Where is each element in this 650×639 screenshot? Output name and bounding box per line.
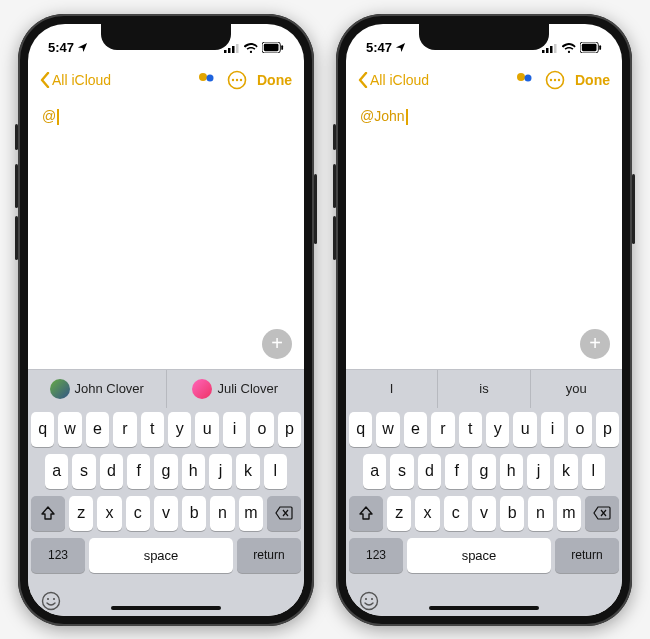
suggestion-word[interactable]: is — [438, 370, 530, 408]
nav-bar: All iCloud Done — [28, 62, 304, 98]
key-z[interactable]: z — [387, 496, 411, 531]
key-c[interactable]: c — [126, 496, 150, 531]
key-x[interactable]: x — [415, 496, 439, 531]
key-h[interactable]: h — [500, 454, 523, 489]
key-u[interactable]: u — [513, 412, 536, 447]
svg-point-31 — [365, 597, 367, 599]
key-j[interactable]: j — [209, 454, 232, 489]
key-a[interactable]: a — [45, 454, 68, 489]
key-i[interactable]: i — [223, 412, 246, 447]
add-attachment-button[interactable]: + — [580, 329, 610, 359]
key-e[interactable]: e — [404, 412, 427, 447]
key-e[interactable]: e — [86, 412, 109, 447]
add-attachment-button[interactable]: + — [262, 329, 292, 359]
suggestion-word[interactable]: I — [346, 370, 438, 408]
key-delete[interactable] — [267, 496, 301, 531]
key-c[interactable]: c — [444, 496, 468, 531]
key-shift[interactable] — [31, 496, 65, 531]
key-x[interactable]: x — [97, 496, 121, 531]
key-b[interactable]: b — [182, 496, 206, 531]
suggestion-label: you — [566, 381, 587, 396]
text-cursor — [406, 109, 408, 125]
key-s[interactable]: s — [390, 454, 413, 489]
key-return[interactable]: return — [555, 538, 619, 573]
key-j[interactable]: j — [527, 454, 550, 489]
key-f[interactable]: f — [127, 454, 150, 489]
home-indicator[interactable] — [429, 606, 539, 610]
key-b[interactable]: b — [500, 496, 524, 531]
key-g[interactable]: g — [472, 454, 495, 489]
key-w[interactable]: w — [58, 412, 81, 447]
key-t[interactable]: t — [459, 412, 482, 447]
key-i[interactable]: i — [541, 412, 564, 447]
more-icon[interactable] — [227, 70, 247, 90]
key-r[interactable]: r — [431, 412, 454, 447]
collaborate-icon[interactable] — [195, 71, 217, 89]
note-content-area[interactable]: @John + — [346, 98, 622, 369]
key-k[interactable]: k — [236, 454, 259, 489]
status-time: 5:47 — [366, 40, 392, 55]
key-p[interactable]: p — [596, 412, 619, 447]
key-n[interactable]: n — [528, 496, 552, 531]
key-v[interactable]: v — [154, 496, 178, 531]
emoji-icon[interactable] — [40, 590, 62, 612]
key-123[interactable]: 123 — [349, 538, 403, 573]
key-g[interactable]: g — [154, 454, 177, 489]
key-w[interactable]: w — [376, 412, 399, 447]
key-y[interactable]: y — [486, 412, 509, 447]
chevron-left-icon — [40, 72, 50, 88]
key-t[interactable]: t — [141, 412, 164, 447]
key-delete[interactable] — [585, 496, 619, 531]
key-o[interactable]: o — [568, 412, 591, 447]
screen-right: 5:47 All — [346, 24, 622, 616]
key-m[interactable]: m — [557, 496, 581, 531]
key-d[interactable]: d — [418, 454, 441, 489]
suggestion-contact[interactable]: John Clover — [28, 370, 167, 408]
key-o[interactable]: o — [250, 412, 273, 447]
key-l[interactable]: l — [582, 454, 605, 489]
key-a[interactable]: a — [363, 454, 386, 489]
key-f[interactable]: f — [445, 454, 468, 489]
home-indicator[interactable] — [111, 606, 221, 610]
note-content-area[interactable]: @ + — [28, 98, 304, 369]
back-button[interactable]: All iCloud — [358, 72, 429, 88]
chevron-left-icon — [358, 72, 368, 88]
key-q[interactable]: q — [349, 412, 372, 447]
key-d[interactable]: d — [100, 454, 123, 489]
collaborate-icon[interactable] — [513, 71, 535, 89]
done-button[interactable]: Done — [575, 72, 610, 88]
key-n[interactable]: n — [210, 496, 234, 531]
suggestion-word[interactable]: you — [531, 370, 622, 408]
key-z[interactable]: z — [69, 496, 93, 531]
key-space[interactable]: space — [89, 538, 233, 573]
key-l[interactable]: l — [264, 454, 287, 489]
key-s[interactable]: s — [72, 454, 95, 489]
svg-point-24 — [517, 73, 525, 81]
key-123[interactable]: 123 — [31, 538, 85, 573]
key-m[interactable]: m — [239, 496, 263, 531]
key-q[interactable]: q — [31, 412, 54, 447]
key-y[interactable]: y — [168, 412, 191, 447]
key-k[interactable]: k — [554, 454, 577, 489]
avatar-icon — [50, 379, 70, 399]
emoji-icon[interactable] — [358, 590, 380, 612]
key-return[interactable]: return — [237, 538, 301, 573]
key-p[interactable]: p — [278, 412, 301, 447]
back-button[interactable]: All iCloud — [40, 72, 111, 88]
done-button[interactable]: Done — [257, 72, 292, 88]
key-v[interactable]: v — [472, 496, 496, 531]
note-text: @ — [42, 108, 56, 124]
battery-full-icon — [580, 42, 602, 53]
key-h[interactable]: h — [182, 454, 205, 489]
suggestion-label: Juli Clover — [217, 381, 278, 396]
key-r[interactable]: r — [113, 412, 136, 447]
more-icon[interactable] — [545, 70, 565, 90]
notch — [419, 24, 549, 50]
suggestion-contact[interactable]: Juli Clover — [167, 370, 305, 408]
keyboard-bottom-bar — [28, 586, 304, 616]
note-text: @John — [360, 108, 405, 124]
key-shift[interactable] — [349, 496, 383, 531]
key-space[interactable]: space — [407, 538, 551, 573]
keyboard-area: I is you q w e r t y u i — [346, 369, 622, 616]
key-u[interactable]: u — [195, 412, 218, 447]
